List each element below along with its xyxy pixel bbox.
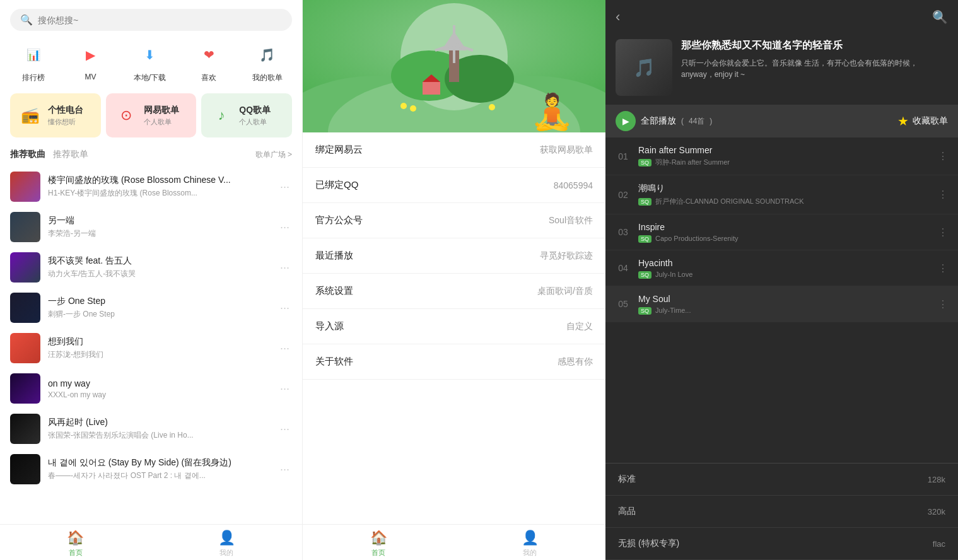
middle-nav-home[interactable]: 🏠 首页 bbox=[303, 530, 454, 557]
right-song-more-1[interactable]: ⋮ bbox=[938, 150, 948, 162]
quality-lossless[interactable]: 无损 (特权专享) flac bbox=[605, 528, 958, 560]
menu-item-system-settings[interactable]: 系统设置 桌面歌词/音质 bbox=[303, 274, 605, 309]
song-more-3[interactable]: ··· bbox=[277, 259, 292, 277]
right-list-item[interactable]: 02 潮鳴り SQ折戸伸治-CLANNAD ORIGINAL SOUNDTRAC… bbox=[605, 175, 958, 214]
rank-icon: 📊 bbox=[20, 41, 47, 69]
right-song-info-5: My Soul SQJuly-Time... bbox=[638, 294, 930, 314]
right-list-item[interactable]: 03 Inspire SQCapo Productions-Serenity ⋮ bbox=[605, 214, 958, 250]
about-software-label: 关于软件 bbox=[315, 356, 353, 368]
song-more-8[interactable]: ··· bbox=[277, 460, 292, 479]
mine-icon: 👤 bbox=[218, 530, 235, 546]
right-playlist-header: 🎵 那些你熟悉却又不知道名字的轻音乐 只听一小会你就会爱上它。音乐就像 生活，有… bbox=[605, 34, 958, 105]
quality-high-value: 320k bbox=[928, 507, 945, 516]
right-list-item[interactable]: 05 My Soul SQJuly-Time... ⋮ bbox=[605, 286, 958, 322]
play-all-button[interactable]: ▶ 全部播放 (44首) bbox=[616, 111, 712, 131]
wycloud-text: 网易歌单 个人歌单 bbox=[144, 105, 179, 127]
quality-standard[interactable]: 标准 128k bbox=[605, 464, 958, 496]
menu-item-about-software[interactable]: 关于软件 感恩有你 bbox=[303, 344, 605, 380]
list-item[interactable]: 想到我们 汪苏泷-想到我们 ··· bbox=[0, 328, 302, 368]
search-bar[interactable]: 🔍 bbox=[10, 9, 292, 31]
bound-qq-value: 84065994 bbox=[554, 180, 593, 190]
song-artist-3: 动力火车/告五人-我不该哭 bbox=[48, 269, 270, 279]
tab-recommended-songs[interactable]: 推荐歌曲 bbox=[10, 149, 45, 160]
section-link[interactable]: 歌单广场 > bbox=[255, 149, 292, 160]
recent-play-label: 最近播放 bbox=[315, 250, 353, 262]
middle-nav-mine[interactable]: 👤 我的 bbox=[454, 530, 605, 557]
nav-home[interactable]: 🏠 首页 bbox=[0, 530, 151, 557]
middle-home-label: 首页 bbox=[371, 548, 385, 557]
bound-qq-label: 已绑定QQ bbox=[315, 179, 358, 191]
right-header: ‹ 🔍 bbox=[605, 0, 958, 34]
quick-action-rank[interactable]: 📊 排行榜 bbox=[20, 41, 47, 83]
qq-icon: ♪ bbox=[210, 104, 233, 127]
quick-action-mv[interactable]: ▶ MV bbox=[76, 41, 104, 83]
song-more-2[interactable]: ··· bbox=[277, 218, 292, 236]
collect-button[interactable]: ★ 收藏歌单 bbox=[897, 114, 948, 129]
list-item[interactable]: 我不该哭 feat. 告五人 动力火车/告五人-我不该哭 ··· bbox=[0, 247, 302, 288]
card-qq[interactable]: ♪ QQ歌单 个人歌单 bbox=[201, 93, 292, 137]
menu-item-recent-play[interactable]: 最近播放 寻觅好歌踪迹 bbox=[303, 238, 605, 274]
song-more-5[interactable]: ··· bbox=[277, 339, 292, 358]
quality-high[interactable]: 高品 320k bbox=[605, 496, 958, 528]
search-input[interactable] bbox=[38, 15, 282, 25]
right-search-button[interactable]: 🔍 bbox=[932, 9, 948, 25]
sq-badge-4: SQ bbox=[638, 271, 651, 279]
right-song-more-2[interactable]: ⋮ bbox=[938, 189, 948, 201]
list-item[interactable]: 风再起时 (Live) 张国荣-张国荣告别乐坛演唱会 (Live in Ho..… bbox=[0, 409, 302, 449]
menu-item-bound-qq[interactable]: 已绑定QQ 84065994 bbox=[303, 168, 605, 203]
song-artist-5: 汪苏泷-想到我们 bbox=[48, 349, 270, 360]
song-cover-2 bbox=[10, 212, 40, 242]
song-more-7[interactable]: ··· bbox=[277, 420, 292, 438]
card-gejing[interactable]: 📻 个性电台 懂你想听 bbox=[10, 93, 101, 137]
song-title-5: 想到我们 bbox=[48, 336, 270, 347]
right-song-title-1: Rain after Summer bbox=[638, 145, 930, 155]
playlist-name: 那些你熟悉却又不知道名字的轻音乐 bbox=[681, 39, 948, 52]
right-list-item[interactable]: 04 Hyacinth SQJuly-In Love ⋮ bbox=[605, 250, 958, 286]
list-item[interactable]: 楼宇间盛放的玫瑰 (Rose Blossom Chinese V... H1-K… bbox=[0, 166, 302, 207]
song-cover-4 bbox=[10, 293, 40, 323]
song-num-4: 04 bbox=[616, 263, 631, 273]
list-item[interactable]: on my way XXXL-on my way ··· bbox=[0, 368, 302, 409]
qq-title: QQ歌单 bbox=[239, 105, 271, 116]
song-cover-6 bbox=[10, 373, 40, 404]
list-item[interactable]: 一步 One Step 刺猬-一步 One Step ··· bbox=[0, 288, 302, 328]
list-item[interactable]: 내 곁에 있어요 (Stay By My Side) (留在我身边) 春——-세… bbox=[0, 449, 302, 489]
quick-action-like[interactable]: ❤ 喜欢 bbox=[195, 41, 223, 83]
svg-point-17 bbox=[489, 104, 495, 110]
middle-bottom-nav: 🏠 首页 👤 我的 bbox=[303, 524, 605, 560]
gejing-icon: 📻 bbox=[19, 104, 42, 127]
back-button[interactable]: ‹ bbox=[616, 9, 620, 25]
sq-badge-2: SQ bbox=[638, 198, 651, 206]
quick-action-download[interactable]: ⬇ 本地/下载 bbox=[134, 41, 166, 83]
quick-action-mysong[interactable]: 🎵 我的歌单 bbox=[252, 41, 283, 83]
song-artist-6: XXXL-on my way bbox=[48, 390, 270, 399]
song-title-1: 楼宇间盛放的玫瑰 (Rose Blossom Chinese V... bbox=[48, 175, 270, 186]
system-settings-value: 桌面歌词/音质 bbox=[537, 286, 593, 297]
menu-item-bind-wycloud[interactable]: 绑定网易云 获取网易歌单 bbox=[303, 132, 605, 168]
tab-recommended-playlist[interactable]: 推荐歌单 bbox=[53, 149, 88, 160]
nav-mine[interactable]: 👤 我的 bbox=[151, 530, 303, 557]
mine-label: 我的 bbox=[219, 548, 233, 557]
song-list: 楼宇间盛放的玫瑰 (Rose Blossom Chinese V... H1-K… bbox=[0, 166, 302, 524]
right-song-more-4[interactable]: ⋮ bbox=[938, 262, 948, 274]
right-list-item[interactable]: 01 Rain after Summer SQ羽肿-Rain after Sum… bbox=[605, 137, 958, 175]
song-more-6[interactable]: ··· bbox=[277, 380, 292, 398]
card-wycloud[interactable]: ⊙ 网易歌单 个人歌单 bbox=[106, 93, 197, 137]
menu-item-official-account[interactable]: 官方公众号 Soul音软件 bbox=[303, 203, 605, 238]
list-item[interactable]: 另一端 李荣浩-另一端 ··· bbox=[0, 207, 302, 247]
svg-rect-13 bbox=[423, 82, 440, 95]
rank-label: 排行榜 bbox=[22, 73, 45, 83]
menu-item-import-source[interactable]: 导入源 自定义 bbox=[303, 309, 605, 344]
quality-lossless-value: flac bbox=[933, 539, 945, 549]
playlist-desc: 只听一小会你就会爱上它。音乐就像 生活，有开心也会有低落的时候， anyway，… bbox=[681, 57, 948, 80]
right-song-more-3[interactable]: ⋮ bbox=[938, 226, 948, 238]
song-more-4[interactable]: ··· bbox=[277, 299, 292, 317]
official-account-value: Soul音软件 bbox=[549, 215, 593, 226]
right-song-info-4: Hyacinth SQJuly-In Love bbox=[638, 258, 930, 278]
qq-subtitle: 个人歌单 bbox=[239, 117, 271, 127]
song-more-1[interactable]: ··· bbox=[277, 178, 292, 196]
right-song-more-5[interactable]: ⋮ bbox=[938, 298, 948, 310]
like-icon: ❤ bbox=[195, 41, 223, 69]
play-count: 44首 bbox=[689, 116, 704, 127]
about-software-value: 感恩有你 bbox=[558, 356, 593, 368]
